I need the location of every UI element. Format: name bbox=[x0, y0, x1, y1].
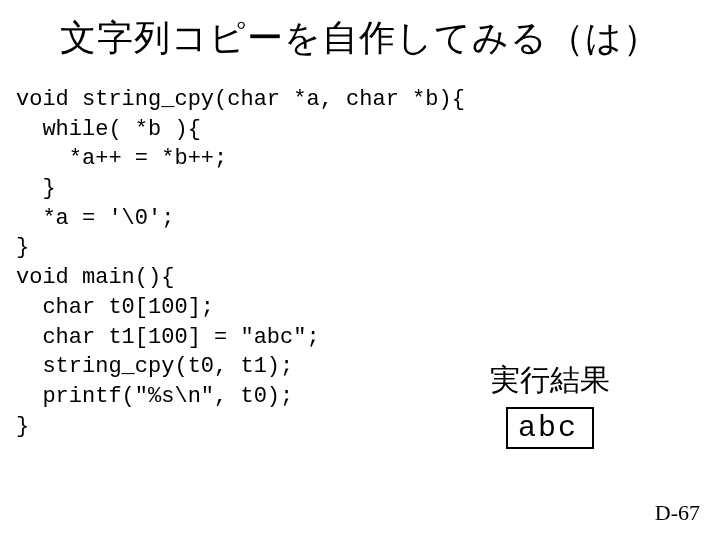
page-number: D-67 bbox=[655, 500, 700, 526]
slide-title: 文字列コピーを自作してみる（は） bbox=[0, 0, 720, 73]
result-label: 実行結果 bbox=[490, 360, 610, 401]
result-area: 実行結果 abc bbox=[490, 360, 610, 449]
code-block: void string_cpy(char *a, char *b){ while… bbox=[0, 73, 720, 441]
result-output-box: abc bbox=[506, 407, 594, 449]
